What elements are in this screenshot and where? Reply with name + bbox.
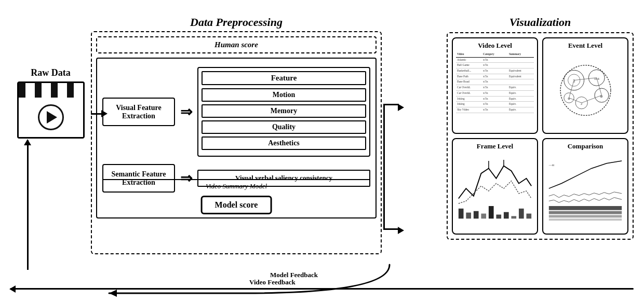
arrow-to-viz-top (398, 104, 404, 111)
event-level-title: Event Level (546, 42, 624, 50)
svg-marker-34 (109, 290, 117, 297)
connector-line-bottom (383, 228, 399, 230)
svg-line-15 (569, 98, 582, 103)
event-level-chart: 3 164 ⊕ 2 ⊕ (546, 52, 624, 129)
comparison-panel: Comparison —nt (542, 138, 628, 235)
connector-line-top (383, 104, 399, 105)
arrow-to-viz-bottom (398, 227, 404, 234)
feature-title: Feature (202, 71, 366, 85)
table-row: Base Road x/5x (456, 79, 534, 85)
raw-data-section: Raw Data (10, 67, 91, 139)
table-row: Joking x/5x Equiv. (456, 97, 534, 102)
svg-text:2: 2 (581, 102, 583, 105)
feature-panel: Feature Motion Memory Quality Aesthetics (197, 67, 370, 157)
model-score-box: Model score (201, 196, 272, 214)
svg-rect-24 (496, 214, 501, 218)
video-summary-bar: Video Summary Model (102, 179, 370, 190)
preprocessing-title: Data Preprocessing (91, 16, 382, 29)
visual-extraction-row: Visual Feature Extraction ⇒ Feature Moti… (102, 67, 370, 157)
svg-rect-27 (519, 209, 524, 218)
video-level-table: Video Category Summary Atlantic x/5x Bal… (456, 52, 534, 113)
inner-content-box: Visual Feature Extraction ⇒ Feature Moti… (96, 58, 377, 218)
connector-line-vertical (383, 104, 385, 228)
table-row: Base Path x/5x Equivalent (456, 74, 534, 80)
comparison-content: —nt (546, 153, 624, 229)
model-feedback-arrow (88, 259, 410, 301)
video-level-panel: Video Level Video Category Summary Atlan… (452, 37, 538, 134)
table-row: Joking x/5x Equiv. (456, 102, 534, 107)
svg-rect-32 (549, 218, 622, 221)
video-level-content: Video Category Summary Atlantic x/5x Bal… (456, 52, 534, 129)
frame-level-title: Frame Level (456, 142, 534, 150)
svg-rect-30 (549, 211, 622, 214)
visualization-section: Visualization Video Level Video Category… (447, 16, 634, 240)
model-feedback-label: Model Feedback (270, 271, 318, 279)
table-row: Car Overld. x/5x Equiv. (456, 91, 534, 97)
event-level-panel: Event Level 3 164 ⊕ 2 (542, 37, 628, 134)
visualization-title: Visualization (447, 16, 634, 29)
svg-rect-23 (489, 206, 494, 218)
svg-rect-26 (511, 216, 516, 218)
frame-level-content (456, 153, 534, 229)
main-diagram: Raw Data (0, 0, 644, 301)
left-feedback-arrow-up (24, 139, 31, 145)
comparison-chart: —nt (546, 153, 624, 229)
svg-line-13 (597, 78, 602, 95)
aesthetics-feature: Aesthetics (202, 136, 366, 150)
frame-level-chart (456, 153, 534, 229)
table-header: Video Category Summary (456, 52, 534, 58)
human-score-box: Human score (96, 36, 377, 53)
table-row: Sky Video x/5x Equiv. (456, 107, 534, 113)
visual-feature-box: Visual Feature Extraction (102, 98, 175, 126)
table-row: Ball Game x/5x (456, 63, 534, 69)
svg-rect-29 (549, 206, 622, 210)
svg-line-12 (574, 78, 597, 80)
svg-text:—nt: —nt (548, 163, 555, 167)
visualization-grid: Video Level Video Category Summary Atlan… (447, 32, 634, 240)
video-level-title: Video Level (456, 42, 534, 50)
frame-level-panel: Frame Level (452, 138, 538, 235)
preprocessing-section: Data Preprocessing Human score Visual Fe… (91, 16, 382, 254)
quality-feature: Quality (202, 120, 366, 134)
table-row: Atlantic x/5x (456, 58, 534, 63)
table-row: Basketball... x/5x Equivalent (456, 69, 534, 74)
event-level-content: 3 164 ⊕ 2 ⊕ (546, 52, 624, 129)
left-feedback-h-connect (10, 288, 29, 290)
svg-rect-31 (549, 215, 622, 217)
arrow-visual-feature: ⇒ (180, 103, 192, 120)
motion-feature: Motion (202, 88, 366, 102)
svg-rect-20 (466, 213, 471, 219)
svg-rect-21 (474, 211, 479, 219)
svg-rect-19 (459, 209, 464, 218)
svg-rect-28 (526, 214, 531, 219)
svg-rect-22 (481, 214, 486, 219)
svg-rect-25 (504, 212, 509, 219)
comparison-title: Comparison (546, 142, 624, 150)
table-row: Car Overld. x/5x Equiv. (456, 85, 534, 91)
left-feedback-vertical (27, 140, 29, 270)
raw-data-title: Raw Data (10, 67, 91, 78)
preprocessing-outer-box: Human score Visual Feature Extraction ⇒ … (91, 31, 382, 254)
clapperboard-icon (17, 81, 85, 139)
memory-feature: Memory (202, 104, 366, 118)
